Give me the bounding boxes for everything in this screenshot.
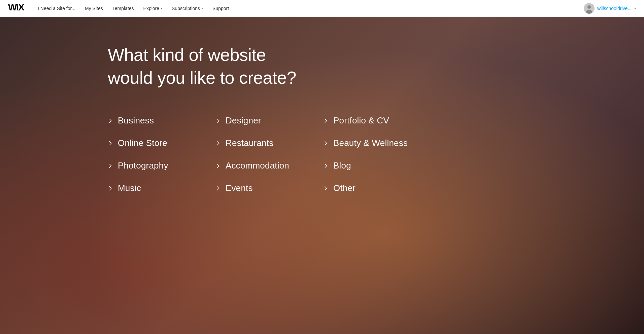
nav-i-need-a-site-label: I Need a Site for...: [38, 6, 75, 11]
category-designer[interactable]: Designer: [215, 109, 323, 132]
svg-text:WiX: WiX: [8, 2, 25, 12]
category-photography-label: Photography: [118, 160, 168, 171]
category-events[interactable]: Events: [215, 177, 323, 199]
chevron-icon: [323, 163, 329, 169]
category-business-label: Business: [118, 115, 154, 126]
avatar[interactable]: [584, 3, 595, 14]
chevron-icon: [215, 186, 221, 191]
category-other-label: Other: [333, 183, 355, 193]
nav-my-sites-label: My Sites: [85, 6, 103, 11]
category-blog[interactable]: Blog: [323, 154, 431, 177]
category-restaurants-label: Restaurants: [226, 138, 273, 148]
chevron-icon: [215, 118, 221, 123]
categories-grid: Business Online Store Photography: [108, 109, 644, 199]
wix-logo[interactable]: WiX: [8, 2, 28, 14]
nav-explore-label: Explore: [143, 6, 159, 11]
svg-point-3: [586, 10, 592, 14]
nav-subscriptions-dropdown-icon: ▾: [201, 6, 203, 10]
category-events-label: Events: [226, 183, 253, 193]
navbar-links: I Need a Site for... My Sites Templates …: [38, 6, 584, 11]
chevron-icon: [215, 141, 221, 146]
nav-subscriptions-label: Subscriptions: [172, 6, 200, 11]
page-title-line2: would you like to create?: [108, 68, 296, 87]
nav-support[interactable]: Support: [212, 6, 229, 11]
navbar: WiX I Need a Site for... My Sites Templa…: [0, 0, 644, 17]
user-name[interactable]: willschooldrive...: [597, 6, 632, 11]
category-beauty-wellness-label: Beauty & Wellness: [333, 138, 408, 148]
category-music[interactable]: Music: [108, 177, 215, 199]
category-photography[interactable]: Photography: [108, 154, 215, 177]
logo-text: WiX: [8, 2, 28, 14]
category-designer-label: Designer: [226, 115, 261, 126]
category-business[interactable]: Business: [108, 109, 215, 132]
nav-support-label: Support: [212, 6, 229, 11]
chevron-icon: [108, 141, 113, 146]
category-music-label: Music: [118, 183, 141, 193]
chevron-icon: [323, 141, 329, 146]
main-content: What kind of website would you like to c…: [0, 0, 644, 334]
nav-explore-dropdown-icon: ▾: [161, 6, 162, 10]
category-online-store[interactable]: Online Store: [108, 132, 215, 154]
category-beauty-wellness[interactable]: Beauty & Wellness: [323, 132, 431, 154]
category-column-2: Designer Restaurants Accommodation: [215, 109, 323, 199]
svg-point-2: [587, 5, 591, 9]
nav-i-need-a-site[interactable]: I Need a Site for...: [38, 6, 75, 11]
nav-my-sites[interactable]: My Sites: [85, 6, 103, 11]
user-dropdown-icon[interactable]: ▾: [634, 6, 636, 10]
nav-explore[interactable]: Explore ▾: [143, 6, 162, 11]
page-title: What kind of website would you like to c…: [108, 44, 644, 89]
category-accommodation[interactable]: Accommodation: [215, 154, 323, 177]
page-title-line1: What kind of website: [108, 45, 266, 65]
chevron-icon: [323, 118, 329, 123]
category-online-store-label: Online Store: [118, 138, 167, 148]
nav-templates[interactable]: Templates: [112, 6, 134, 11]
chevron-icon: [108, 118, 113, 123]
category-portfolio-cv-label: Portfolio & CV: [333, 115, 389, 126]
category-accommodation-label: Accommodation: [226, 160, 289, 171]
navbar-right: willschooldrive... ▾: [584, 3, 636, 14]
category-column-1: Business Online Store Photography: [108, 109, 215, 199]
category-blog-label: Blog: [333, 160, 351, 171]
chevron-icon: [108, 186, 113, 191]
category-column-3: Portfolio & CV Beauty & Wellness Blog: [323, 109, 431, 199]
chevron-icon: [108, 163, 113, 169]
nav-templates-label: Templates: [112, 6, 134, 11]
category-restaurants[interactable]: Restaurants: [215, 132, 323, 154]
category-portfolio-cv[interactable]: Portfolio & CV: [323, 109, 431, 132]
category-other[interactable]: Other: [323, 177, 431, 199]
nav-subscriptions[interactable]: Subscriptions ▾: [172, 6, 203, 11]
chevron-icon: [323, 186, 329, 191]
chevron-icon: [215, 163, 221, 169]
